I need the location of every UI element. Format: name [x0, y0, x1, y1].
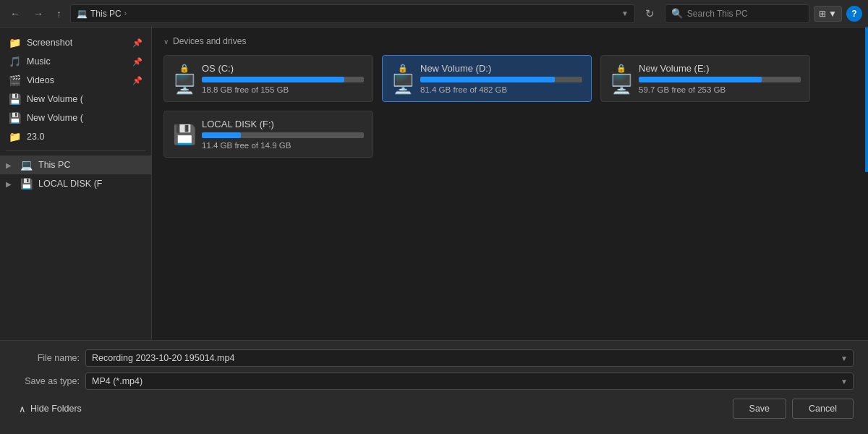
filetype-label: Save as type: — [14, 376, 80, 386]
bottom-panel: File name: ▼ Save as type: ▼ ∧ Hide Fold… — [0, 340, 868, 434]
drive-card-d[interactable]: 🔒 🖥️ New Volume (D:) 81.4 GB free of 482… — [382, 55, 592, 102]
sidebar-label-23: 23.0 — [27, 132, 44, 142]
pin-icon-music: 📌 — [132, 57, 142, 67]
sidebar-label-this-pc: This PC — [38, 160, 70, 170]
drive-icon-area-c: 🔒 🖥️ — [173, 64, 196, 93]
sidebar-label-music: Music — [27, 56, 51, 67]
filetype-input-wrap: ▼ — [85, 373, 854, 390]
sidebar: 📁 Screenshot 📌 🎵 Music 📌 🎬 Videos 📌 💾 Ne… — [0, 27, 152, 340]
blue-accent-bar — [865, 27, 868, 172]
sidebar-item-music[interactable]: 🎵 Music 📌 — [0, 52, 151, 71]
drive-bar-fill-d — [420, 77, 555, 82]
pin-icon: 📌 — [132, 38, 142, 48]
forward-button[interactable]: → — [29, 5, 48, 22]
breadcrumb-pc-icon: 💻 — [77, 9, 88, 19]
drive-icon-area-e: 🔒 🖥️ — [610, 64, 633, 93]
refresh-button[interactable]: ↻ — [639, 4, 660, 23]
content-area: ∨ Devices and drives 🔒 🖥️ OS (C:) 1 — [152, 27, 868, 340]
breadcrumb-pc-label: This PC — [90, 9, 122, 19]
hide-folders-button[interactable]: ∧ Hide Folders — [14, 401, 86, 417]
drive-name-e: New Volume (E:) — [639, 63, 801, 74]
drive-card-e[interactable]: 🔒 🖥️ New Volume (E:) 59.7 GB free of 253… — [600, 55, 810, 102]
search-icon: 🔍 — [671, 8, 683, 19]
bottom-actions: ∧ Hide Folders Save Cancel — [14, 396, 854, 419]
drive-bar-bg-e — [639, 77, 801, 82]
hdd-icon-f: 💾 — [173, 125, 196, 144]
drive-name-d: New Volume (D:) — [420, 63, 582, 74]
sidebar-label-screenshot: Screenshot — [27, 38, 72, 48]
drive-bar-fill-f — [202, 132, 241, 138]
sidebar-item-folder-23[interactable]: 📁 23.0 — [0, 127, 151, 146]
filename-row: File name: ▼ — [14, 349, 854, 367]
drive-info-c: OS (C:) 18.8 GB free of 155 GB — [202, 63, 364, 94]
sidebar-label-local-disk-f: LOCAL DISK (F — [38, 179, 102, 189]
drive-free-e: 59.7 GB free of 253 GB — [639, 85, 801, 94]
section-collapse-icon[interactable]: ∨ — [163, 38, 169, 46]
sidebar-item-screenshot[interactable]: 📁 Screenshot 📌 — [0, 33, 151, 52]
disk-icon-f: 💾 — [20, 178, 33, 190]
sidebar-label-new-volume-d: New Volume ( — [27, 94, 83, 104]
sidebar-label-new-volume-e: New Volume ( — [27, 113, 83, 123]
drive-name-f: LOCAL DISK (F:) — [202, 119, 364, 129]
filename-input[interactable] — [85, 349, 854, 367]
filename-input-wrap: ▼ — [85, 349, 854, 367]
view-toggle-button[interactable]: ⊞ ▼ — [814, 6, 842, 22]
section-header: ∨ Devices and drives — [163, 36, 856, 46]
search-bar[interactable]: 🔍 Search This PC — [665, 4, 809, 23]
drive-card-f[interactable]: 💾 LOCAL DISK (F:) 11.4 GB free of 14.9 G… — [163, 111, 373, 158]
pc-icon: 💻 — [20, 159, 33, 171]
sidebar-divider — [6, 150, 145, 151]
sidebar-label-videos: Videos — [27, 75, 54, 85]
breadcrumb-dropdown-icon: ▼ — [621, 9, 629, 17]
drive-card-c[interactable]: 🔒 🖥️ OS (C:) 18.8 GB free of 155 GB — [163, 55, 373, 102]
drive-icon-d: 💾 — [9, 93, 21, 105]
back-button[interactable]: ← — [6, 5, 25, 22]
section-title: Devices and drives — [173, 36, 246, 46]
drive-bar-fill-e — [639, 77, 762, 82]
music-icon: 🎵 — [9, 56, 21, 67]
hide-folders-label: Hide Folders — [30, 404, 82, 414]
sidebar-item-this-pc[interactable]: ▶ 💻 This PC — [0, 156, 151, 174]
sidebar-item-local-disk-f[interactable]: ▶ 💾 LOCAL DISK (F — [0, 174, 151, 193]
drive-header-f: 💾 LOCAL DISK (F:) 11.4 GB free of 14.9 G… — [173, 119, 364, 150]
hdd-icon-c: 🖥️ — [173, 75, 196, 93]
hdd-icon-d: 🖥️ — [391, 75, 414, 93]
drive-name-c: OS (C:) — [202, 63, 364, 74]
sidebar-item-new-volume-e[interactable]: 💾 New Volume ( — [0, 109, 151, 127]
breadcrumb[interactable]: 💻 This PC › ▼ — [70, 4, 635, 23]
sidebar-item-videos[interactable]: 🎬 Videos 📌 — [0, 71, 151, 90]
help-button[interactable]: ? — [846, 6, 862, 22]
drive-free-d: 81.4 GB free of 482 GB — [420, 85, 582, 94]
drive-info-d: New Volume (D:) 81.4 GB free of 482 GB — [420, 63, 582, 94]
drive-bar-bg-d — [420, 77, 582, 82]
drive-info-e: New Volume (E:) 59.7 GB free of 253 GB — [639, 63, 801, 94]
action-buttons: Save Cancel — [733, 399, 854, 419]
drive-bar-bg-c — [202, 77, 364, 82]
drive-bar-fill-c — [202, 77, 344, 82]
search-placeholder-text: Search This PC — [687, 9, 748, 19]
drive-header-d: 🔒 🖥️ New Volume (D:) 81.4 GB free of 482… — [391, 63, 582, 94]
drive-bar-bg-f — [202, 132, 364, 138]
drive-icon-area-d: 🔒 🖥️ — [391, 64, 414, 93]
lock-icon-d: 🔒 — [398, 64, 408, 73]
drive-free-c: 18.8 GB free of 155 GB — [202, 85, 364, 94]
filename-label: File name: — [14, 353, 80, 363]
sidebar-item-new-volume-d[interactable]: 💾 New Volume ( — [0, 90, 151, 109]
tree-expand-icon: ▶ — [6, 161, 14, 169]
toolbar: ← → ↑ 💻 This PC › ▼ ↻ 🔍 Search This PC ⊞… — [0, 0, 868, 27]
tree-expand-icon-f: ▶ — [6, 180, 14, 188]
folder-icon: 📁 — [9, 37, 21, 48]
filetype-row: Save as type: ▼ — [14, 373, 854, 390]
drive-free-f: 11.4 GB free of 14.9 GB — [202, 141, 364, 150]
lock-icon-e: 🔒 — [616, 64, 626, 73]
breadcrumb-separator: › — [124, 9, 127, 17]
up-button[interactable]: ↑ — [52, 5, 66, 22]
cancel-button[interactable]: Cancel — [792, 399, 854, 419]
main-layout: 📁 Screenshot 📌 🎵 Music 📌 🎬 Videos 📌 💾 Ne… — [0, 27, 868, 340]
folder-23-icon: 📁 — [9, 131, 21, 142]
drive-info-f: LOCAL DISK (F:) 11.4 GB free of 14.9 GB — [202, 119, 364, 150]
save-button[interactable]: Save — [733, 399, 787, 419]
filetype-input[interactable] — [85, 373, 854, 390]
drive-icon-area-f: 💾 — [173, 125, 196, 144]
view-options: ⊞ ▼ — [814, 6, 842, 22]
